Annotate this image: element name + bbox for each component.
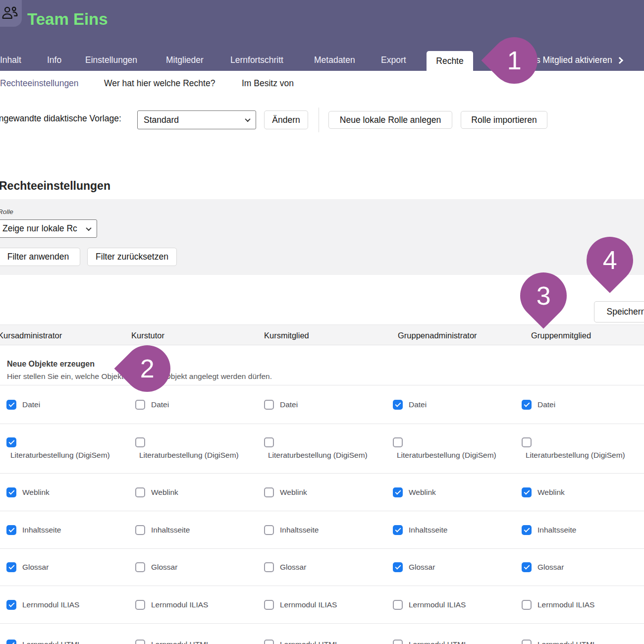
filter-apply-button[interactable]: Filter anwenden xyxy=(0,248,80,266)
permission-checkbox[interactable] xyxy=(264,600,274,610)
permission-checkbox[interactable] xyxy=(6,600,16,610)
permission-row: WeblinkWeblinkWeblinkWeblinkWeblink xyxy=(0,474,644,511)
permission-checkbox[interactable] xyxy=(135,600,145,610)
permission-row: Literaturbestellung (DigiSem)Literaturbe… xyxy=(0,424,644,474)
permission-label: Lernmodul HTML xyxy=(151,640,211,644)
tab-export[interactable]: Export xyxy=(381,50,406,71)
subtab-rechteeinstellungen[interactable]: Rechteeinstellungen xyxy=(0,71,79,96)
check-icon xyxy=(395,401,401,407)
tab-info[interactable]: Info xyxy=(47,50,61,71)
permission-checkbox[interactable] xyxy=(264,525,274,535)
permission-checkbox[interactable] xyxy=(135,525,145,535)
change-template-button[interactable]: Ändern xyxy=(264,110,308,129)
permission-checkbox[interactable] xyxy=(522,400,532,410)
permission-label: Glossar xyxy=(537,563,564,572)
save-button[interactable]: Speichern xyxy=(594,301,644,322)
permission-label: Datei xyxy=(22,400,40,409)
permission-label: Glossar xyxy=(280,563,306,572)
check-icon xyxy=(8,488,14,494)
permission-checkbox[interactable] xyxy=(522,600,532,610)
permission-checkbox[interactable] xyxy=(393,600,403,610)
permission-checkbox[interactable] xyxy=(135,437,145,447)
permission-label: Datei xyxy=(280,400,298,409)
permission-cell: Glossar xyxy=(6,549,49,586)
marker-4-number: 4 xyxy=(603,247,617,273)
import-role-button[interactable]: Rolle importieren xyxy=(461,111,547,129)
chevron-down-icon xyxy=(86,225,91,230)
tab-metadaten[interactable]: Metadaten xyxy=(314,50,355,71)
permission-cell: Glossar xyxy=(393,549,435,586)
toolbar-divider xyxy=(319,107,319,132)
filter-reset-button[interactable]: Filter zurücksetzen xyxy=(87,248,177,266)
permission-row: InhaltsseiteInhaltsseiteInhaltsseiteInha… xyxy=(0,511,644,549)
permission-checkbox[interactable] xyxy=(135,562,145,572)
permission-checkbox[interactable] xyxy=(522,525,532,535)
page-title: Team Eins xyxy=(27,10,108,29)
permission-label: Weblink xyxy=(537,488,565,497)
permission-checkbox[interactable] xyxy=(522,562,532,572)
tab-inhalt[interactable]: Inhalt xyxy=(0,50,21,71)
permission-checkbox[interactable] xyxy=(393,562,403,572)
tab-einstellungen[interactable]: Einstellungen xyxy=(85,50,137,71)
permission-checkbox[interactable] xyxy=(522,487,532,497)
permission-label: Lernmodul ILIAS xyxy=(151,600,208,609)
permission-cell: Literaturbestellung (DigiSem) xyxy=(135,424,239,473)
permission-cell: Literaturbestellung (DigiSem) xyxy=(522,424,625,473)
permission-checkbox[interactable] xyxy=(393,640,403,644)
permission-label: Inhaltsseite xyxy=(22,526,61,535)
permission-label: Literaturbestellung (DigiSem) xyxy=(139,451,239,460)
permission-checkbox[interactable] xyxy=(135,640,145,644)
permission-label: Literaturbestellung (DigiSem) xyxy=(268,451,368,460)
permission-checkbox[interactable] xyxy=(264,562,274,572)
permission-cell: Glossar xyxy=(522,549,564,586)
permission-label: Lernmodul ILIAS xyxy=(537,600,594,609)
permission-label: Literaturbestellung (DigiSem) xyxy=(397,451,496,460)
permission-label: Inhaltsseite xyxy=(537,526,576,535)
permission-cell: Weblink xyxy=(393,474,436,511)
permission-row: Lernmodul ILIASLernmodul ILIASLernmodul … xyxy=(0,586,644,624)
member-action-link[interactable]: s Mitglied aktivieren xyxy=(536,50,622,71)
permission-checkbox[interactable] xyxy=(6,400,16,410)
permission-checkbox[interactable] xyxy=(393,437,403,447)
role-filter-select[interactable]: Zeige nur lokale Rc xyxy=(0,219,97,238)
permission-checkbox[interactable] xyxy=(6,562,16,572)
permission-checkbox[interactable] xyxy=(6,487,16,497)
permission-checkbox[interactable] xyxy=(264,487,274,497)
role-filter-label: Rolle xyxy=(0,208,13,215)
new-local-role-button[interactable]: Neue lokale Rolle anlegen xyxy=(328,111,452,129)
permission-checkbox[interactable] xyxy=(393,400,403,410)
permission-checkbox[interactable] xyxy=(522,640,532,644)
tab-mitglieder[interactable]: Mitglieder xyxy=(166,50,204,71)
permission-checkbox[interactable] xyxy=(393,525,403,535)
tab-lernfortschritt[interactable]: Lernfortschritt xyxy=(230,50,283,71)
permission-label: Inhaltsseite xyxy=(151,526,190,535)
permission-checkbox[interactable] xyxy=(522,437,532,447)
permission-checkbox[interactable] xyxy=(6,525,16,535)
permission-label: Weblink xyxy=(409,488,436,497)
permission-row: DateiDateiDateiDateiDatei xyxy=(0,385,644,424)
permission-cell: Inhaltsseite xyxy=(264,511,319,548)
permission-checkbox[interactable] xyxy=(264,400,274,410)
didactic-template-select[interactable]: Standard xyxy=(137,110,256,129)
permission-cell: Lernmodul ILIAS xyxy=(135,586,208,623)
permission-cell: Datei xyxy=(6,385,40,424)
marker-1-number: 1 xyxy=(507,48,522,73)
permission-checkbox[interactable] xyxy=(393,487,403,497)
permission-cell: Glossar xyxy=(264,549,306,586)
permission-checkbox[interactable] xyxy=(264,640,274,644)
tab-rechte[interactable]: Rechte xyxy=(427,51,473,71)
didactic-template-select-value: Standard xyxy=(144,115,179,125)
permission-checkbox[interactable] xyxy=(135,400,145,410)
permission-label: Weblink xyxy=(151,488,178,497)
permission-cell: Lernmodul HTML xyxy=(393,624,468,644)
permission-checkbox[interactable] xyxy=(6,640,16,644)
permission-row: GlossarGlossarGlossarGlossarGlossar xyxy=(0,549,644,586)
subtab-im-besitz-von[interactable]: Im Besitz von xyxy=(242,71,294,96)
permission-checkbox[interactable] xyxy=(135,487,145,497)
column-header-3: Kursmitglied xyxy=(264,325,309,346)
subtab-wer-hat-rechte[interactable]: Wer hat hier welche Rechte? xyxy=(104,71,215,96)
permission-checkbox[interactable] xyxy=(6,437,16,447)
permission-checkbox[interactable] xyxy=(264,437,274,447)
check-icon xyxy=(395,564,401,570)
permission-cell: Lernmodul ILIAS xyxy=(522,586,594,623)
